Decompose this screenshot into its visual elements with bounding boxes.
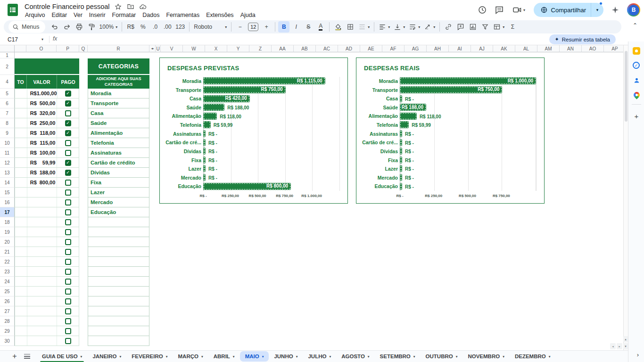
expense-cell-desc[interactable] — [15, 158, 27, 167]
column-header-AB[interactable]: AB — [294, 45, 316, 52]
font-select[interactable]: Roboto▾ — [192, 21, 228, 33]
expense-cell-pago[interactable] — [57, 178, 79, 187]
checkbox-checked[interactable]: ✓ — [65, 90, 71, 97]
checkbox-unchecked[interactable] — [65, 318, 71, 324]
row-header-15[interactable]: 15 — [0, 188, 15, 197]
checkbox-checked[interactable]: ✓ — [65, 170, 71, 176]
expense-cell-valor[interactable] — [27, 306, 57, 316]
expense-cell-pago[interactable] — [57, 217, 79, 227]
expense-cell-desc[interactable] — [15, 336, 27, 346]
categories-title-block[interactable]: CATEGORIAS — [88, 58, 149, 74]
sheet-tab-julho[interactable]: JULHO▾ — [303, 351, 336, 362]
checkbox-unchecked[interactable] — [65, 150, 71, 156]
expense-cell-desc[interactable] — [15, 108, 27, 118]
row-header-22[interactable]: 22 — [0, 257, 15, 267]
tab-caret-icon[interactable]: ▾ — [503, 354, 504, 359]
checkbox-checked[interactable]: ✓ — [65, 130, 71, 136]
menu-inserir[interactable]: Inserir — [86, 11, 109, 19]
chart-despesas-previstas[interactable]: DESPESAS PREVISTASMoradiaTransporteCasaS… — [159, 58, 348, 204]
expense-cell-desc[interactable] — [15, 178, 27, 187]
column-header-Z[interactable]: Z — [249, 45, 272, 52]
category-cell[interactable]: Saúde — [88, 118, 149, 128]
category-cell-empty[interactable] — [88, 247, 149, 257]
category-cell-empty[interactable] — [88, 237, 149, 247]
checkbox-unchecked[interactable] — [65, 249, 71, 255]
category-cell[interactable]: Casa — [88, 108, 149, 118]
tab-caret-icon[interactable]: ▾ — [120, 354, 122, 359]
expense-cell-desc[interactable] — [15, 217, 27, 227]
row-header-9[interactable]: 9 — [0, 128, 15, 138]
text-rotation-icon[interactable]: ▾ — [422, 21, 437, 33]
menu-extensões[interactable]: Extensões — [203, 11, 237, 19]
category-cell-empty[interactable] — [88, 306, 149, 316]
expense-cell-valor[interactable]: R$118,00 — [27, 128, 57, 138]
expense-cell-pago[interactable] — [57, 227, 79, 237]
expense-cell-pago[interactable]: ✓ — [57, 99, 79, 108]
share-button[interactable]: Compartilhar ▾ — [534, 3, 603, 17]
tab-caret-icon[interactable]: ▾ — [549, 354, 551, 359]
tab-caret-icon[interactable]: ▾ — [81, 354, 83, 359]
tab-caret-icon[interactable]: ▾ — [296, 354, 298, 359]
checkbox-unchecked[interactable] — [65, 140, 71, 146]
summarize-table-button[interactable]: ✦ Resumir esta tabela — [549, 34, 616, 44]
row-header-27[interactable]: 27 — [0, 306, 15, 316]
expense-cell-pago[interactable] — [57, 296, 79, 306]
expense-cell-valor[interactable]: R$59,99 — [27, 158, 57, 167]
checkbox-unchecked[interactable] — [65, 229, 71, 235]
font-size-input[interactable]: 12 — [247, 21, 260, 33]
expense-header-valor[interactable]: VALOR — [26, 75, 57, 89]
borders-icon[interactable] — [345, 21, 356, 33]
sheet-tab-novembro[interactable]: NOVEMBRO▾ — [462, 351, 510, 362]
add-addon-icon[interactable]: + — [633, 112, 640, 120]
redo-icon[interactable] — [61, 21, 73, 33]
expense-cell-valor[interactable] — [27, 257, 57, 266]
expense-cell-desc[interactable] — [15, 287, 27, 296]
expense-cell-pago[interactable] — [57, 306, 79, 316]
expense-cell-pago[interactable] — [57, 277, 79, 286]
select-all-corner[interactable] — [0, 45, 15, 52]
category-cell-empty[interactable] — [88, 257, 149, 267]
column-header-Q[interactable]: Q — [79, 45, 88, 52]
expense-cell-pago[interactable]: ✓ — [57, 89, 79, 98]
checkbox-unchecked[interactable] — [65, 110, 71, 116]
insert-comment-icon[interactable] — [455, 21, 466, 33]
italic-icon[interactable]: I — [290, 21, 302, 33]
text-wrap-icon[interactable]: ▾ — [407, 21, 421, 33]
row-header-12[interactable]: 12 — [0, 158, 15, 168]
row-header-25[interactable]: 25 — [0, 287, 15, 296]
row-header-2[interactable]: 2 — [0, 58, 15, 75]
expense-cell-pago[interactable] — [57, 207, 79, 217]
decrease-decimals-icon[interactable]: .0 — [149, 21, 161, 33]
category-cell-empty[interactable] — [88, 217, 149, 227]
fill-color-icon[interactable] — [332, 21, 344, 33]
category-cell-empty[interactable] — [88, 336, 149, 346]
checkbox-unchecked[interactable] — [65, 239, 71, 245]
decrease-font-icon[interactable]: − — [234, 21, 246, 33]
sheet-tab-outubro[interactable]: OUTUBRO▾ — [421, 351, 463, 362]
move-folder-icon[interactable] — [127, 3, 134, 10]
expense-cell-pago[interactable] — [57, 148, 79, 157]
column-header-AL[interactable]: AL — [515, 45, 537, 52]
expense-cell-desc[interactable] — [15, 118, 27, 128]
expense-cell-desc[interactable] — [15, 89, 27, 98]
expense-cell-valor[interactable]: R$320,00 — [27, 108, 57, 118]
column-header-U[interactable]: U — [156, 45, 161, 52]
expense-cell-valor[interactable]: R$250,00 — [27, 118, 57, 128]
expense-cell-pago[interactable] — [57, 287, 79, 296]
expense-cell-valor[interactable] — [27, 197, 57, 207]
expense-cell-valor[interactable] — [27, 207, 57, 217]
category-cell[interactable]: Moradia — [88, 89, 149, 99]
expense-cell-valor[interactable] — [27, 237, 57, 247]
expense-cell-valor[interactable]: R$115,00 — [27, 138, 57, 148]
column-header-AH[interactable]: AH — [427, 45, 449, 52]
menus-search[interactable]: Menus — [8, 21, 45, 33]
category-cell[interactable]: Cartão de crédito — [88, 158, 149, 168]
expense-cell-pago[interactable] — [57, 188, 79, 197]
merge-cells-icon[interactable]: ▾ — [357, 21, 371, 33]
hidden-columns-indicator[interactable]: ◂▸ — [149, 45, 156, 52]
checkbox-checked[interactable]: ✓ — [65, 100, 71, 107]
row-header-18[interactable]: 18 — [0, 217, 15, 227]
print-icon[interactable] — [74, 21, 85, 33]
tab-caret-icon[interactable]: ▾ — [262, 354, 264, 359]
link-icon[interactable] — [443, 21, 454, 33]
